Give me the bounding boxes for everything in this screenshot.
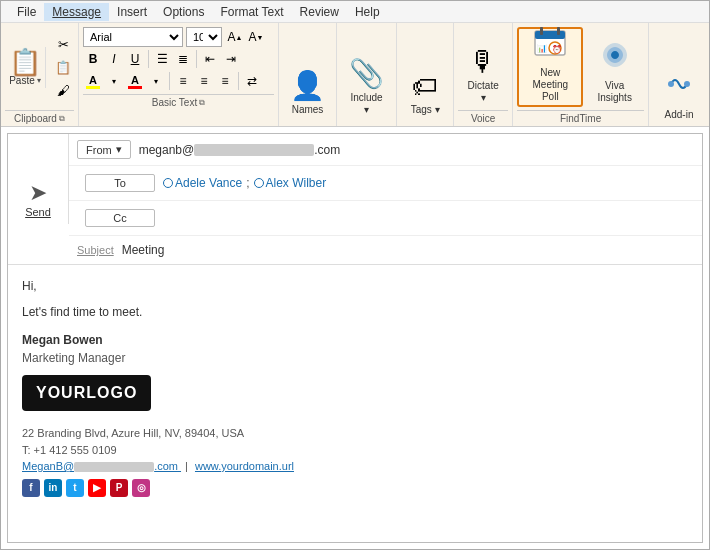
social-icons: f in t ▶ P ◎ <box>22 479 688 497</box>
sig-email-link[interactable]: MeganB@.com <box>22 460 181 472</box>
to-button[interactable]: To <box>85 174 155 192</box>
outlook-window: File Message Insert Options Format Text … <box>0 0 710 550</box>
names-button[interactable]: 👤 Names <box>283 39 332 119</box>
linkedin-icon[interactable]: in <box>44 479 62 497</box>
sig-address: 22 Branding Blvd, Azure Hill, NV, 89404,… <box>22 425 688 475</box>
svg-point-8 <box>684 81 690 87</box>
numbered-list-button[interactable]: ≣ <box>173 49 193 69</box>
new-meeting-poll-button[interactable]: 📊 ⏰ New Meeting Poll <box>517 27 583 107</box>
align-right-button[interactable]: ≡ <box>215 71 235 91</box>
italic-button[interactable]: I <box>104 49 124 69</box>
cut-button[interactable]: ✂ <box>52 33 74 55</box>
align-center-button[interactable]: ≡ <box>194 71 214 91</box>
twitter-icon[interactable]: t <box>66 479 84 497</box>
include-group-label <box>341 122 392 124</box>
include-button[interactable]: 📎 Include ▾ <box>341 39 392 119</box>
recipient-radio-1 <box>163 178 173 188</box>
email-line: MeganB@.com | www.yourdomain.url <box>22 458 688 475</box>
menu-review[interactable]: Review <box>292 3 347 21</box>
menu-bar: File Message Insert Options Format Text … <box>1 1 709 23</box>
recipient-adele[interactable]: Adele Vance <box>175 176 242 190</box>
dictate-button[interactable]: 🎙 Dictate ▾ <box>458 27 508 107</box>
tags-icon: 🏷 <box>412 71 438 102</box>
names-label: Names <box>292 104 324 116</box>
separator-3 <box>169 72 170 90</box>
names-group-label <box>283 122 332 124</box>
sig-website-link[interactable]: www.yourdomain.url <box>195 460 294 472</box>
highlight-color-button[interactable]: A <box>83 71 103 91</box>
names-icon: 👤 <box>290 69 325 102</box>
separator-1 <box>148 50 149 68</box>
pinterest-icon[interactable]: P <box>110 479 128 497</box>
menu-format-text[interactable]: Format Text <box>212 3 291 21</box>
addin-group: Add-in <box>649 23 709 126</box>
email-body: Hi, Let's find time to meet. Megan Bowen… <box>8 265 702 542</box>
decrease-indent-button[interactable]: ⇤ <box>200 49 220 69</box>
cc-button[interactable]: Cc <box>85 209 155 227</box>
from-dropdown-icon: ▾ <box>116 143 122 156</box>
send-button[interactable]: ➤ Send <box>8 134 68 264</box>
copy-button[interactable]: 📋 <box>52 56 74 78</box>
clipboard-small-btns: ✂ 📋 🖌 <box>52 33 74 101</box>
font-row: Arial 10 A▲ A▼ <box>83 27 274 47</box>
decrease-font-size-button[interactable]: A▼ <box>246 27 266 47</box>
addin-icon <box>663 68 695 107</box>
font-color-dropdown[interactable]: ▾ <box>146 71 166 91</box>
include-label: Include ▾ <box>348 92 385 116</box>
menu-options[interactable]: Options <box>155 3 212 21</box>
instagram-icon[interactable]: ◎ <box>132 479 150 497</box>
addin-btn-area: Add-in <box>655 27 703 124</box>
menu-help[interactable]: Help <box>347 3 388 21</box>
sig-email-blur <box>74 462 154 472</box>
voice-btn-area: 🎙 Dictate ▾ <box>458 27 508 107</box>
send-label: Send <box>25 206 51 218</box>
clipboard-top: 📋 Paste ▾ ✂ 📋 🖌 <box>5 27 74 107</box>
addin-label: Add-in <box>665 109 694 121</box>
sig-title: Marketing Manager <box>22 349 688 367</box>
paste-icon: 📋 <box>9 49 41 75</box>
bold-button[interactable]: B <box>83 49 103 69</box>
ribbon: 📋 Paste ▾ ✂ 📋 🖌 Clipboard ⧉ <box>1 23 709 127</box>
svg-point-7 <box>668 81 674 87</box>
from-row: From ▾ meganb@.com <box>69 134 702 166</box>
svg-rect-3 <box>557 27 560 35</box>
svg-text:⏰: ⏰ <box>552 44 562 54</box>
findtime-label: FindTime <box>517 110 644 124</box>
clipboard-group: 📋 Paste ▾ ✂ 📋 🖌 Clipboard ⧉ <box>1 23 79 126</box>
addin-button[interactable]: Add-in <box>655 44 703 124</box>
menu-message[interactable]: Message <box>44 3 109 21</box>
menu-insert[interactable]: Insert <box>109 3 155 21</box>
compose-area: ➤ Send From ▾ meganb@.com <box>7 133 703 543</box>
font-size-select[interactable]: 10 <box>186 27 222 47</box>
recipient-alex[interactable]: Alex Wilber <box>266 176 327 190</box>
highlight-dropdown[interactable]: ▾ <box>104 71 124 91</box>
increase-font-size-button[interactable]: A▲ <box>225 27 245 47</box>
header-main-row: ➤ Send From ▾ meganb@.com <box>8 134 702 264</box>
calendar-poll-icon: 📊 ⏰ <box>533 25 567 65</box>
email-header: ➤ Send From ▾ meganb@.com <box>8 134 702 265</box>
paste-button[interactable]: 📋 Paste ▾ <box>5 47 46 88</box>
clipboard-label: Clipboard ⧉ <box>5 110 74 124</box>
increase-indent-button[interactable]: ⇥ <box>221 49 241 69</box>
clipboard-expand-icon[interactable]: ⧉ <box>59 114 65 124</box>
include-btn-area: 📎 Include ▾ <box>341 27 392 119</box>
basic-text-label: Basic Text ⧉ <box>83 94 274 108</box>
align-left-button[interactable]: ≡ <box>173 71 193 91</box>
format-painter-button[interactable]: 🖌 <box>52 79 74 101</box>
viva-insights-button[interactable]: Viva Insights <box>585 27 644 107</box>
cc-row: Cc <box>69 201 702 236</box>
tags-button[interactable]: 🏷 Tags ▾ <box>401 39 449 119</box>
basic-text-expand-icon[interactable]: ⧉ <box>199 98 205 108</box>
font-family-select[interactable]: Arial <box>83 27 183 47</box>
font-color-button[interactable]: A <box>125 71 145 91</box>
facebook-icon[interactable]: f <box>22 479 40 497</box>
youtube-icon[interactable]: ▶ <box>88 479 106 497</box>
menu-file[interactable]: File <box>9 3 44 21</box>
from-button[interactable]: From ▾ <box>77 140 131 159</box>
underline-button[interactable]: U <box>125 49 145 69</box>
paste-label: Paste <box>9 75 35 86</box>
viva-insights-label: Viva Insights <box>592 80 637 104</box>
text-direction-button[interactable]: ⇄ <box>242 71 262 91</box>
svg-rect-2 <box>540 27 543 35</box>
bullets-button[interactable]: ☰ <box>152 49 172 69</box>
